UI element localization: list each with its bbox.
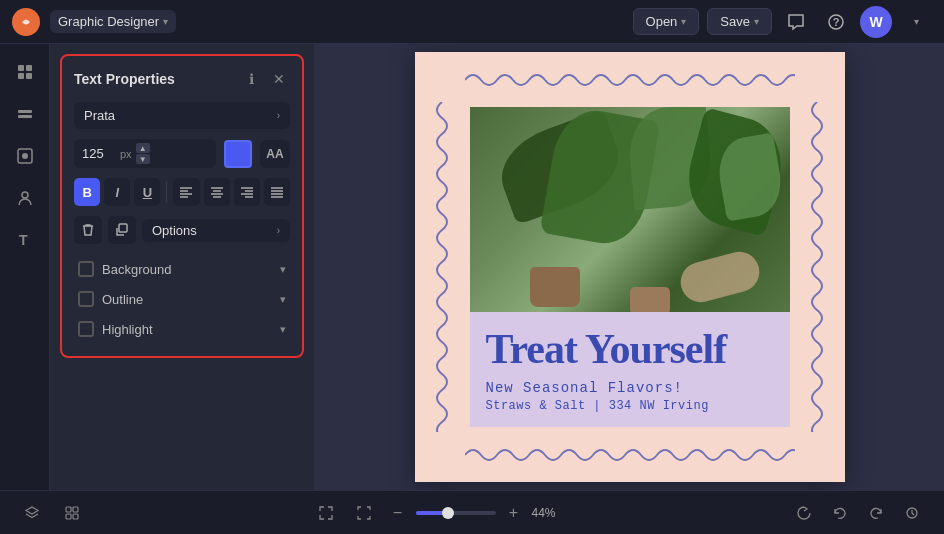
font-size-input[interactable] — [82, 146, 118, 161]
sidebar-item-layers[interactable] — [7, 96, 43, 132]
zoom-out-button[interactable]: − — [386, 501, 410, 525]
align-justify-button[interactable] — [264, 178, 290, 206]
outline-checkbox[interactable] — [78, 291, 94, 307]
help-icon[interactable]: ? — [820, 6, 852, 38]
photo-frame — [470, 107, 790, 337]
comments-icon[interactable] — [780, 6, 812, 38]
sidebar-item-users[interactable] — [7, 180, 43, 216]
app-logo[interactable] — [12, 8, 40, 36]
sub-heading: New Seasonal Flavors! — [486, 380, 774, 396]
outline-chevron-icon: ▾ — [280, 293, 286, 306]
format-divider — [166, 182, 167, 202]
sidebar-item-text[interactable]: T — [7, 222, 43, 258]
text-content: Treat Yourself New Seasonal Flavors! Str… — [470, 312, 790, 427]
bottom-right — [788, 497, 928, 529]
refresh-icon[interactable] — [788, 497, 820, 529]
wave-right — [790, 52, 845, 482]
text-properties-panel: Text Properties ℹ ✕ Prata › px ▲ ▼ — [60, 54, 304, 358]
outline-label: Outline — [102, 292, 280, 307]
zoom-in-button[interactable]: + — [502, 501, 526, 525]
zoom-percent-label: 44% — [532, 506, 567, 520]
background-label: Background — [102, 262, 280, 277]
panel-title: Text Properties — [74, 71, 175, 87]
svg-rect-3 — [18, 65, 24, 71]
undo-icon[interactable] — [824, 497, 856, 529]
delete-button[interactable] — [74, 216, 102, 244]
options-chevron-icon: › — [277, 225, 280, 236]
expand-icon[interactable] — [310, 497, 342, 529]
svg-rect-30 — [66, 507, 71, 512]
font-selector[interactable]: Prata › — [74, 102, 290, 129]
photo-inner — [470, 107, 790, 337]
highlight-accordion[interactable]: Highlight ▾ — [74, 314, 290, 344]
open-chevron-icon: ▾ — [681, 16, 686, 27]
wave-left — [415, 52, 470, 482]
wave-bottom — [415, 427, 845, 482]
svg-text:?: ? — [833, 16, 840, 28]
main-heading: Treat Yourself — [486, 326, 774, 372]
svg-rect-29 — [119, 224, 127, 232]
history-icon[interactable] — [896, 497, 928, 529]
fit-icon[interactable] — [348, 497, 380, 529]
account-chevron-icon[interactable]: ▾ — [900, 6, 932, 38]
svg-rect-31 — [73, 507, 78, 512]
font-color-swatch[interactable] — [224, 140, 252, 168]
size-down-arrow[interactable]: ▼ — [136, 154, 150, 164]
font-name-label: Prata — [84, 108, 115, 123]
background-accordion[interactable]: Background ▾ — [74, 254, 290, 284]
save-chevron-icon: ▾ — [754, 16, 759, 27]
svg-rect-8 — [18, 115, 32, 118]
open-button[interactable]: Open ▾ — [633, 8, 700, 35]
align-left-button[interactable] — [173, 178, 199, 206]
font-chevron-icon: › — [277, 110, 280, 121]
format-row: B I U — [74, 178, 290, 206]
background-checkbox[interactable] — [78, 261, 94, 277]
svg-text:T: T — [19, 232, 28, 248]
svg-rect-33 — [73, 514, 78, 519]
underline-button[interactable]: U — [134, 178, 160, 206]
outline-accordion[interactable]: Outline ▾ — [74, 284, 290, 314]
redo-icon[interactable] — [860, 497, 892, 529]
topbar-actions: Open ▾ Save ▾ ? W ▾ — [633, 6, 932, 38]
grid-panel-icon[interactable] — [56, 497, 88, 529]
highlight-checkbox[interactable] — [78, 321, 94, 337]
panel-info-icon[interactable]: ℹ — [240, 68, 262, 90]
main-area: T Text Properties ℹ ✕ Prata › — [0, 44, 944, 490]
sidebar-item-grid[interactable] — [7, 54, 43, 90]
save-button[interactable]: Save ▾ — [707, 8, 772, 35]
size-up-arrow[interactable]: ▲ — [136, 143, 150, 153]
svg-rect-6 — [26, 73, 32, 79]
canvas-area[interactable]: Treat Yourself New Seasonal Flavors! Str… — [315, 44, 944, 490]
zoom-controls: − + 44% — [310, 497, 567, 529]
svg-rect-4 — [26, 65, 32, 71]
avatar[interactable]: W — [860, 6, 892, 38]
panel-close-icon[interactable]: ✕ — [268, 68, 290, 90]
highlight-label: Highlight — [102, 322, 280, 337]
options-button[interactable]: Options › — [142, 219, 290, 242]
layers-panel-icon[interactable] — [16, 497, 48, 529]
align-right-button[interactable] — [234, 178, 260, 206]
design-canvas: Treat Yourself New Seasonal Flavors! Str… — [415, 52, 845, 482]
size-arrows: ▲ ▼ — [136, 143, 150, 164]
panel-header: Text Properties ℹ ✕ — [74, 68, 290, 90]
align-center-button[interactable] — [204, 178, 230, 206]
svg-rect-5 — [18, 73, 24, 79]
properties-panel: Text Properties ℹ ✕ Prata › px ▲ ▼ — [50, 44, 315, 490]
italic-button[interactable]: I — [104, 178, 130, 206]
app-name-button[interactable]: Graphic Designer ▾ — [50, 10, 176, 33]
app-name-chevron: ▾ — [163, 16, 168, 27]
font-size-input-wrap: px ▲ ▼ — [74, 139, 216, 168]
zoom-slider[interactable] — [416, 511, 496, 515]
text-case-button[interactable]: AA — [260, 140, 290, 168]
zoom-slider-thumb[interactable] — [442, 507, 454, 519]
background-chevron-icon: ▾ — [280, 263, 286, 276]
duplicate-button[interactable] — [108, 216, 136, 244]
app-name-label: Graphic Designer — [58, 14, 159, 29]
bottom-left — [16, 497, 88, 529]
size-row: px ▲ ▼ AA — [74, 139, 290, 168]
sidebar-item-shapes[interactable] — [7, 138, 43, 174]
bottom-bar: − + 44% — [0, 490, 944, 534]
bold-button[interactable]: B — [74, 178, 100, 206]
svg-point-10 — [22, 153, 28, 159]
svg-rect-32 — [66, 514, 71, 519]
